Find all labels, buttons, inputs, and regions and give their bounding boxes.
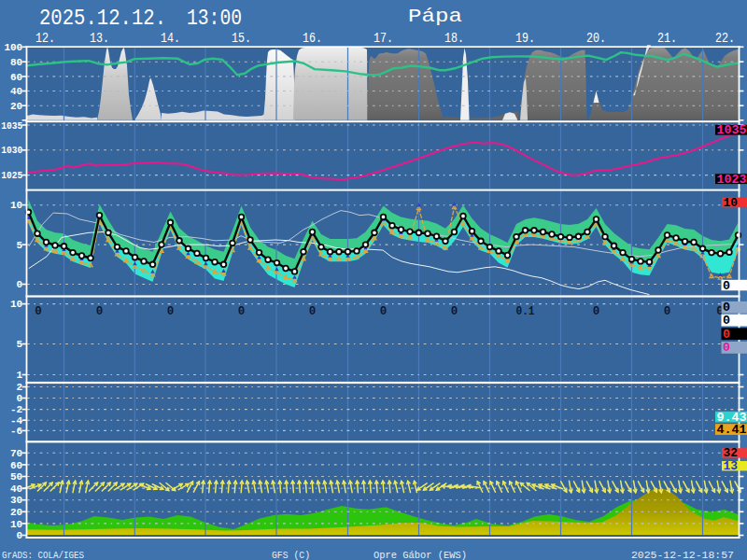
svg-text:-6: -6 [10, 426, 22, 437]
svg-text:0: 0 [723, 315, 730, 328]
svg-text:60: 60 [10, 460, 22, 471]
svg-text:2: 2 [17, 382, 23, 393]
svg-text:0: 0 [17, 393, 23, 404]
svg-text:0: 0 [723, 329, 730, 342]
svg-text:0: 0 [380, 305, 388, 318]
svg-text:70: 70 [10, 448, 22, 459]
svg-text:9.43: 9.43 [717, 412, 747, 425]
svg-text:100: 100 [4, 42, 22, 53]
svg-text:GFS (C): GFS (C) [272, 549, 310, 560]
svg-text:1023: 1023 [717, 174, 747, 187]
svg-text:1030: 1030 [1, 145, 22, 156]
svg-text:20: 20 [10, 507, 22, 518]
svg-text:0: 0 [17, 279, 23, 290]
svg-text:5: 5 [17, 240, 23, 251]
svg-text:80: 80 [10, 57, 22, 68]
svg-text:10: 10 [10, 299, 22, 310]
svg-text:10: 10 [10, 200, 22, 211]
svg-text:2025.12.12.: 2025.12.12. [39, 6, 166, 31]
svg-text:20.: 20. [586, 31, 606, 46]
svg-text:40: 40 [10, 86, 22, 97]
svg-text:17.: 17. [374, 31, 393, 46]
svg-text:5: 5 [17, 339, 23, 350]
svg-text:0: 0 [723, 280, 730, 293]
svg-text:0: 0 [35, 305, 42, 318]
svg-text:40: 40 [10, 483, 22, 495]
svg-text:10: 10 [10, 519, 22, 530]
svg-text:0: 0 [664, 305, 671, 318]
svg-text:15.: 15. [232, 31, 251, 46]
svg-text:0: 0 [593, 305, 600, 318]
svg-text:2025-12-12-18:57: 2025-12-12-18:57 [631, 549, 734, 560]
svg-text:Opre Gábor (EWS): Opre Gábor (EWS) [374, 549, 467, 560]
svg-text:-2: -2 [10, 404, 22, 415]
svg-text:GrADS: COLA/IGES: GrADS: COLA/IGES [2, 549, 84, 560]
svg-text:1035: 1035 [1, 120, 22, 132]
svg-text:13.: 13. [90, 31, 109, 46]
svg-text:0: 0 [723, 342, 730, 355]
svg-text:Pápa: Pápa [408, 6, 462, 27]
svg-text:0: 0 [96, 305, 104, 318]
svg-text:-4: -4 [10, 415, 23, 427]
svg-text:21.: 21. [657, 31, 677, 46]
svg-text:18.: 18. [444, 31, 464, 46]
svg-text:50: 50 [10, 471, 22, 483]
svg-text:0: 0 [17, 530, 23, 541]
svg-text:1035: 1035 [717, 124, 747, 137]
svg-text:13:00: 13:00 [187, 6, 242, 31]
svg-text:1025: 1025 [1, 170, 22, 181]
svg-text:14.: 14. [161, 31, 180, 46]
svg-text:12.: 12. [35, 31, 55, 46]
svg-text:16.: 16. [303, 31, 322, 46]
svg-text:32: 32 [724, 447, 739, 460]
svg-text:1: 1 [17, 370, 23, 381]
svg-text:13: 13 [724, 460, 739, 473]
svg-text:20: 20 [10, 101, 22, 112]
svg-text:60: 60 [10, 72, 22, 83]
svg-text:30: 30 [10, 495, 22, 506]
svg-text:0.1: 0.1 [516, 305, 535, 318]
svg-text:0: 0 [167, 305, 175, 318]
svg-text:4.41: 4.41 [717, 424, 747, 437]
svg-text:0: 0 [238, 305, 246, 318]
svg-text:10: 10 [724, 197, 739, 210]
svg-text:0: 0 [309, 305, 317, 318]
svg-text:0: 0 [723, 301, 730, 315]
svg-text:0: 0 [451, 305, 458, 318]
svg-text:22.: 22. [715, 31, 735, 46]
svg-text:19.: 19. [515, 31, 535, 46]
